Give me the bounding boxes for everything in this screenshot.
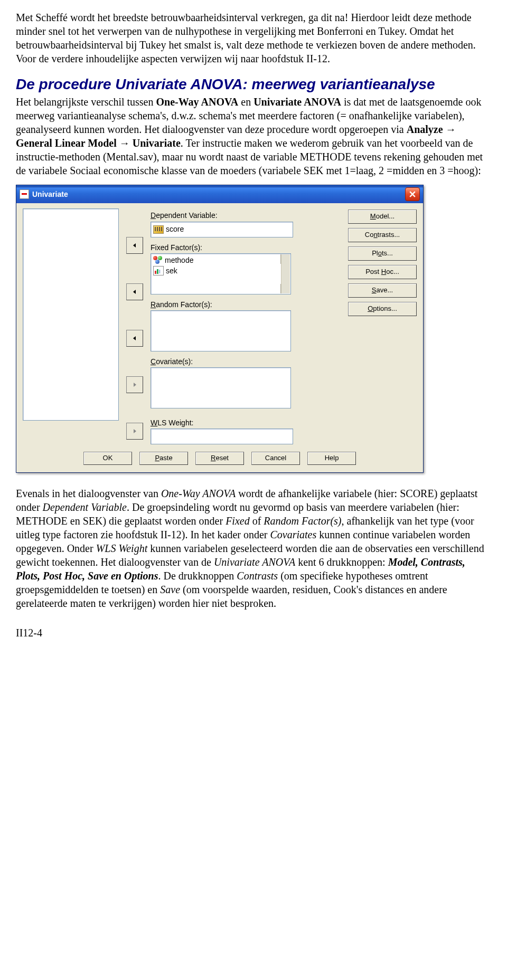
titlebar: Univariate (16, 185, 423, 203)
fixed-factors-slot[interactable]: methode sek ▲ ▼ (151, 253, 291, 294)
arrow-left-icon (132, 336, 137, 341)
arrow-right-icon (132, 382, 137, 387)
ordinal-icon (153, 266, 164, 275)
univariate-dialog: Univariate (16, 185, 424, 473)
dependent-label: Dependent Variable: (151, 211, 343, 220)
source-variable-list[interactable] (23, 208, 119, 421)
paste-button[interactable]: Paste (139, 452, 188, 465)
contrasts-button[interactable]: Contrasts... (348, 228, 417, 242)
save-button[interactable]: Save... (348, 283, 417, 298)
options-button[interactable]: Options... (348, 302, 417, 316)
move-to-wls-button[interactable] (126, 423, 143, 440)
nominal-icon (153, 256, 163, 264)
arrow-right-icon (132, 429, 137, 434)
list-item[interactable]: methode (152, 255, 289, 265)
move-to-covariate-button[interactable] (126, 376, 143, 393)
arrow-left-icon (132, 289, 137, 294)
paragraph-1: Met Scheffé wordt het breedste betrouwba… (16, 11, 491, 65)
reset-button[interactable]: Reset (195, 452, 244, 465)
move-to-random-button[interactable] (126, 330, 143, 347)
section-heading: De procedure Univariate ANOVA: meerweg v… (16, 75, 491, 94)
covariate-label: Covariate(s): (151, 357, 343, 366)
list-item[interactable]: sek (152, 265, 289, 276)
close-icon (409, 191, 416, 197)
help-button[interactable]: Help (307, 452, 356, 465)
system-menu-icon[interactable] (20, 189, 29, 199)
scale-icon (153, 225, 164, 234)
page-number: II12-4 (16, 626, 491, 640)
dependent-slot[interactable]: score (151, 222, 293, 237)
model-button[interactable]: Model... (348, 210, 417, 224)
paragraph-2: Het belangrijkste verschil tussen One-Wa… (16, 95, 491, 177)
post-hoc-button[interactable]: Post Hoc... (348, 265, 417, 279)
scroll-up-icon[interactable]: ▲ (280, 254, 290, 264)
move-to-fixed-button[interactable] (126, 283, 143, 300)
covariate-slot[interactable] (151, 367, 291, 408)
close-button[interactable] (405, 187, 420, 201)
random-label: Random Factor(s): (151, 300, 343, 309)
paragraph-3: Evenals in het dialoogvenster van One-Wa… (16, 487, 491, 610)
dependent-value: score (166, 224, 184, 234)
ok-button[interactable]: OK (83, 452, 132, 465)
scroll-down-icon[interactable]: ▼ (280, 284, 290, 293)
arrow-left-icon (132, 243, 137, 248)
wls-label: WLS Weight: (151, 418, 343, 427)
plots-button[interactable]: Plots... (348, 246, 417, 261)
fixed-label: Fixed Factor(s): (151, 243, 343, 252)
cancel-button[interactable]: Cancel (251, 452, 300, 465)
window-title: Univariate (32, 189, 68, 199)
dialog-screenshot: Univariate (16, 185, 491, 473)
move-to-dependent-button[interactable] (126, 237, 143, 254)
wls-slot[interactable] (151, 429, 293, 444)
random-factors-slot[interactable] (151, 310, 291, 351)
